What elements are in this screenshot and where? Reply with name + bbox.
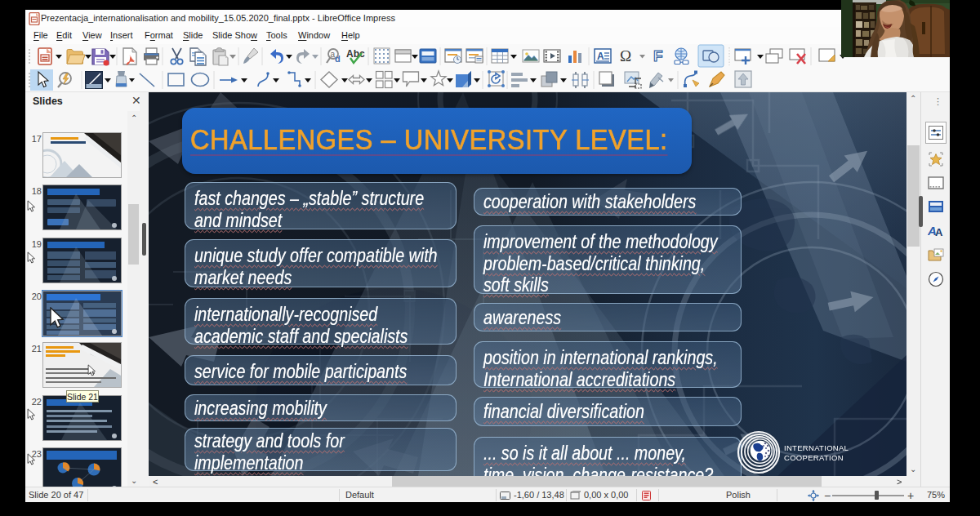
svg-text:INTERNATIONAL: INTERNATIONAL (784, 443, 849, 452)
svg-text:F: F (653, 47, 663, 64)
svg-text:COOPERATION: COOPERATION (784, 453, 844, 462)
svg-text:A: A (935, 226, 943, 238)
svg-text:d: d (335, 54, 341, 64)
svg-text:A: A (597, 51, 604, 62)
svg-text:Ω: Ω (620, 47, 631, 64)
